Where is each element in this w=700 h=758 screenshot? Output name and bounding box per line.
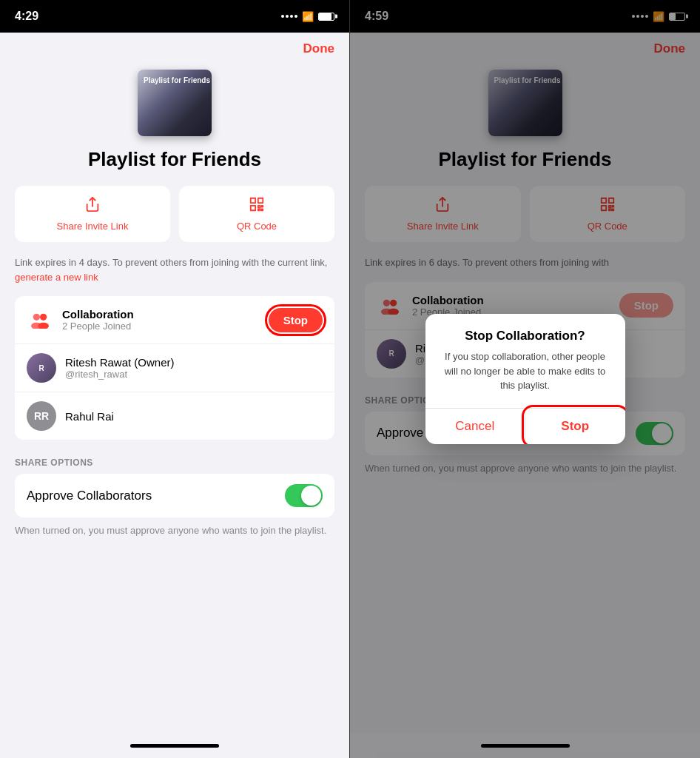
- right-phone-screen: 4:59 📶 Done Playlist for Friends: [350, 0, 700, 758]
- left-stop-button[interactable]: Stop: [269, 308, 323, 332]
- left-person-name-rahul: Rahul Rai: [65, 410, 114, 423]
- left-album-art: Playlist for Friends: [138, 70, 212, 136]
- left-home-indicator: [0, 733, 349, 758]
- left-person-name-ritesh: Ritesh Rawat (Owner): [65, 356, 175, 369]
- share-icon: [84, 196, 101, 216]
- right-dialog-overlay: Stop Collaboration? If you stop collabor…: [350, 0, 700, 758]
- svg-rect-1: [251, 198, 255, 203]
- dialog-cancel-button[interactable]: Cancel: [425, 409, 526, 444]
- left-phone-screen: 4:29 📶 Done Playlist for Friends: [0, 0, 350, 758]
- left-person-row-2: RR Rahul Rai: [15, 392, 334, 440]
- svg-rect-4: [258, 206, 260, 208]
- wifi-icon: 📶: [302, 11, 314, 22]
- left-person-info-rahul: Rahul Rai: [65, 410, 114, 423]
- stop-collaboration-dialog: Stop Collaboration? If you stop collabor…: [425, 314, 625, 444]
- dialog-actions: Cancel Stop: [425, 408, 625, 444]
- left-collab-title: Collaboration: [62, 308, 269, 321]
- battery-icon: [318, 13, 334, 21]
- left-approve-collaborators-row: Approve Collaborators: [15, 474, 334, 517]
- dialog-content: Stop Collaboration? If you stop collabor…: [425, 314, 625, 393]
- left-generate-link[interactable]: generate a new link: [15, 272, 98, 283]
- left-avatar-ritesh: R: [27, 353, 56, 383]
- left-approve-collaborators-label: Approve Collaborators: [27, 489, 285, 503]
- left-action-buttons: Share Invite Link QR Code: [0, 186, 349, 251]
- left-collab-header: Collaboration 2 People Joined Stop: [15, 296, 334, 344]
- collaboration-icon: [27, 306, 53, 333]
- left-avatar-rahul: RR: [27, 401, 56, 431]
- dialog-title: Stop Collaboration?: [437, 329, 613, 343]
- left-playlist-title: Playlist for Friends: [0, 148, 349, 186]
- left-share-options-card: Approve Collaborators: [15, 474, 334, 517]
- left-link-info: Link expires in 4 days. To prevent other…: [0, 251, 349, 296]
- left-status-icons: 📶: [281, 11, 334, 22]
- left-qr-code-button[interactable]: QR Code: [179, 186, 334, 242]
- qr-code-icon: [249, 196, 265, 216]
- left-person-handle-ritesh: @ritesh_rawat: [65, 369, 175, 380]
- svg-point-9: [40, 314, 47, 321]
- signal-dots-icon: [281, 15, 297, 18]
- svg-rect-7: [261, 209, 263, 210]
- left-header-bar: Done: [0, 33, 349, 62]
- left-time: 4:29: [15, 10, 38, 23]
- left-home-bar: [130, 744, 219, 748]
- dialog-stop-button[interactable]: Stop: [525, 409, 625, 444]
- left-share-invite-link-button[interactable]: Share Invite Link: [15, 186, 170, 242]
- left-done-button[interactable]: Done: [303, 41, 335, 56]
- left-screen-content: Done Playlist for Friends Playlist for F…: [0, 33, 349, 733]
- left-album-section: Playlist for Friends: [0, 62, 349, 148]
- left-approve-collaborators-toggle[interactable]: [285, 484, 323, 507]
- dialog-message: If you stop collaboration, other people …: [437, 349, 613, 393]
- svg-rect-6: [258, 209, 260, 210]
- left-share-options-label: SHARE OPTIONS: [15, 452, 334, 474]
- left-status-bar: 4:29 📶: [0, 0, 349, 33]
- svg-rect-5: [261, 206, 263, 207]
- left-share-invite-link-label: Share Invite Link: [57, 221, 129, 232]
- left-collab-card: Collaboration 2 People Joined Stop R Rit…: [15, 296, 334, 440]
- svg-point-8: [33, 314, 40, 321]
- svg-rect-2: [258, 198, 263, 203]
- left-collab-text: Collaboration 2 People Joined: [62, 308, 269, 332]
- left-person-row-1: R Ritesh Rawat (Owner) @ritesh_rawat: [15, 344, 334, 392]
- left-album-art-label: Playlist for Friends: [144, 76, 210, 85]
- left-qr-code-label: QR Code: [237, 221, 277, 232]
- left-person-info-ritesh: Ritesh Rawat (Owner) @ritesh_rawat: [65, 356, 175, 380]
- left-collab-subtitle: 2 People Joined: [62, 321, 269, 332]
- svg-rect-3: [251, 206, 255, 210]
- left-share-options-section: SHARE OPTIONS Approve Collaborators When…: [0, 452, 349, 538]
- left-share-options-desc: When turned on, you must approve anyone …: [15, 517, 334, 538]
